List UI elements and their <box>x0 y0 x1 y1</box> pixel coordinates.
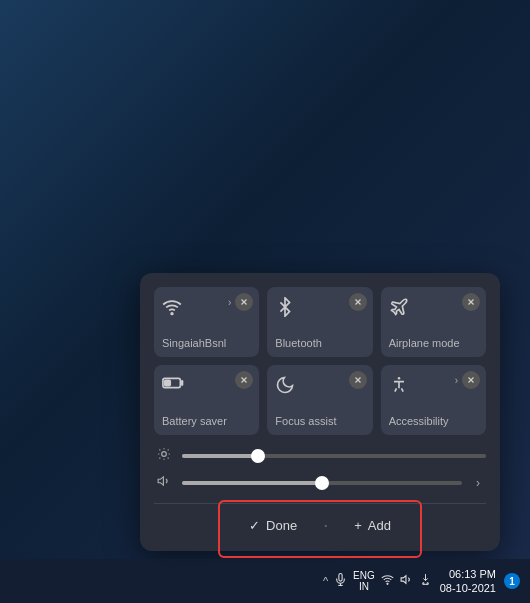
focus-disabled-badge <box>349 371 367 389</box>
action-bar: ✓ Done · + Add <box>154 503 486 537</box>
done-button[interactable]: ✓ Done <box>239 514 307 537</box>
accessibility-disabled-badge <box>462 371 480 389</box>
bluetooth-label: Bluetooth <box>275 337 364 349</box>
wifi-icon <box>162 297 182 322</box>
tray-mic-icon[interactable] <box>334 573 347 589</box>
volume-track[interactable] <box>182 481 462 485</box>
volume-icon <box>154 474 174 491</box>
svg-line-25 <box>168 449 169 450</box>
battery-icon <box>162 375 184 396</box>
tile-accessibility[interactable]: › Accessibility <box>381 365 486 435</box>
svg-rect-9 <box>165 380 171 386</box>
focus-label: Focus assist <box>275 415 364 427</box>
tray-wifi-icon[interactable] <box>381 573 394 589</box>
svg-marker-30 <box>401 576 406 584</box>
volume-thumb[interactable] <box>315 476 329 490</box>
wifi-label: SingaiahBsnl <box>162 337 251 349</box>
accessibility-icon <box>389 375 409 400</box>
tiles-grid: › SingaiahBsnl Blueto <box>154 287 486 435</box>
svg-point-0 <box>171 313 173 315</box>
volume-fill <box>182 481 322 485</box>
sliders-section: › <box>154 447 486 491</box>
tile-bluetooth[interactable]: Bluetooth <box>267 287 372 357</box>
accessibility-arrow-icon: › <box>455 375 458 386</box>
airplane-disabled-badge <box>462 293 480 311</box>
accessibility-label: Accessibility <box>389 415 478 427</box>
quick-settings-panel: › SingaiahBsnl Blueto <box>140 273 500 551</box>
wifi-disabled-badge <box>235 293 253 311</box>
tray-icons: ^ ENG IN <box>323 570 432 592</box>
plus-icon: + <box>354 518 362 533</box>
clock-date: 08-10-2021 <box>440 581 496 595</box>
tile-focus[interactable]: Focus assist <box>267 365 372 435</box>
volume-slider-row: › <box>154 474 486 491</box>
action-divider: · <box>323 514 328 537</box>
taskbar: ^ ENG IN <box>0 559 530 603</box>
lang-line1: ENG <box>353 570 375 581</box>
clock[interactable]: 06:13 PM 08-10-2021 <box>440 567 496 596</box>
notification-badge[interactable]: 1 <box>504 573 520 589</box>
svg-point-14 <box>397 377 400 380</box>
add-button[interactable]: + Add <box>344 514 401 537</box>
airplane-icon <box>389 297 409 322</box>
clock-time: 06:13 PM <box>440 567 496 581</box>
brightness-thumb[interactable] <box>251 449 265 463</box>
svg-line-24 <box>159 458 160 459</box>
tray-volume-icon[interactable] <box>400 573 413 589</box>
brightness-track[interactable] <box>182 454 486 458</box>
airplane-label: Airplane mode <box>389 337 478 349</box>
tile-wifi[interactable]: › SingaiahBsnl <box>154 287 259 357</box>
done-label: Done <box>266 518 297 533</box>
focus-icon <box>275 375 295 400</box>
brightness-icon <box>154 447 174 464</box>
brightness-slider-row <box>154 447 486 464</box>
lang-line2: IN <box>353 581 375 592</box>
battery-disabled-badge <box>235 371 253 389</box>
tray-chevron-icon[interactable]: ^ <box>323 575 328 587</box>
checkmark-icon: ✓ <box>249 518 260 533</box>
brightness-fill <box>182 454 258 458</box>
svg-line-21 <box>168 458 169 459</box>
tray-usb-icon[interactable] <box>419 573 432 589</box>
wifi-arrow-icon: › <box>228 297 231 308</box>
svg-point-29 <box>387 583 388 584</box>
volume-chevron-icon[interactable]: › <box>470 476 486 490</box>
bluetooth-icon <box>275 297 295 322</box>
tile-battery[interactable]: Battery saver <box>154 365 259 435</box>
add-label: Add <box>368 518 391 533</box>
tile-airplane[interactable]: Airplane mode <box>381 287 486 357</box>
svg-line-20 <box>159 449 160 450</box>
svg-point-17 <box>162 452 167 457</box>
svg-marker-26 <box>158 477 163 485</box>
system-tray: ^ ENG IN <box>323 567 520 596</box>
bluetooth-disabled-badge <box>349 293 367 311</box>
language-indicator[interactable]: ENG IN <box>353 570 375 592</box>
battery-label: Battery saver <box>162 415 251 427</box>
